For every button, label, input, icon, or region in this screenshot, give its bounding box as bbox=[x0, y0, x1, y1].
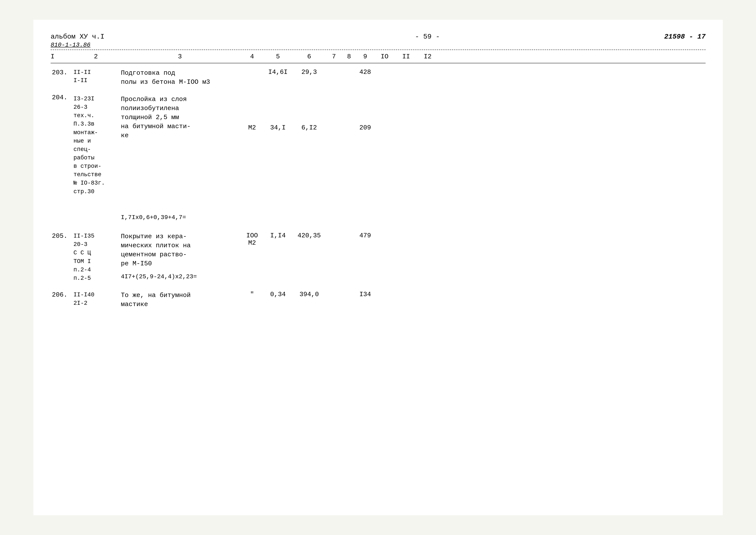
row-203-col11 bbox=[395, 68, 417, 70]
row-204-num: 204. bbox=[51, 94, 72, 102]
row-205-col9: 479 bbox=[357, 231, 374, 240]
row-206-col10 bbox=[374, 290, 395, 292]
row-204-col11 bbox=[395, 94, 417, 96]
row-203-num: 203. bbox=[51, 68, 72, 77]
row-204-col12 bbox=[417, 94, 438, 96]
row-206-val1: 0,34 bbox=[264, 290, 292, 299]
row-206-ref: II-I402I-2 bbox=[72, 290, 120, 308]
row-206-col8 bbox=[341, 290, 357, 292]
row-203-val2: 29,3 bbox=[292, 68, 326, 77]
row-203-ref: II-III-II bbox=[72, 68, 120, 86]
doc-ref: 810-1-13.86 bbox=[51, 42, 91, 48]
row-205-num: 205. bbox=[51, 231, 72, 240]
col-header-7: 7 bbox=[326, 53, 341, 60]
col-header-11: II bbox=[395, 53, 417, 60]
row-204-unit: М2 bbox=[240, 94, 264, 132]
row-206-num: 206. bbox=[51, 290, 72, 299]
data-table: 203. II-III-II Подготовка подполы из бет… bbox=[51, 68, 706, 310]
col-header-4: 4 bbox=[240, 53, 264, 60]
dashed-separator bbox=[51, 49, 706, 50]
col-header-10: IO bbox=[374, 53, 395, 60]
row-204-desc: Прослойка из слояполиизобутиленатолщиной… bbox=[120, 94, 240, 222]
col-header-3: 3 bbox=[120, 53, 240, 60]
col-header-1: I bbox=[51, 53, 72, 60]
row-205-unit: IOOМ2 bbox=[240, 231, 264, 247]
row-204-col10 bbox=[374, 94, 395, 96]
row-203-col10 bbox=[374, 68, 395, 70]
table-row: 203. II-III-II Подготовка подполы из бет… bbox=[51, 68, 706, 87]
row-205-col13 bbox=[438, 231, 456, 233]
row-204-col7 bbox=[326, 94, 341, 96]
row-205-col7 bbox=[326, 231, 341, 233]
row-204-col9: 209 bbox=[357, 94, 374, 132]
row-205-col12 bbox=[417, 231, 438, 233]
col-header-9: 9 bbox=[357, 53, 374, 60]
row-203-desc: Подготовка подполы из бетона М-IOO м3 bbox=[120, 68, 240, 87]
row-203-col13 bbox=[438, 68, 456, 70]
row-206-col9: I34 bbox=[357, 290, 374, 299]
table-row: 204. I3-23I26-3тех.ч.П.3.3вмонтаж-ные ис… bbox=[51, 94, 706, 222]
row-205-col8 bbox=[341, 231, 357, 233]
row-206-col7 bbox=[326, 290, 341, 292]
row-206-col12 bbox=[417, 290, 438, 292]
header-row: альбом ХУ ч.I - 59 - 21598 - 17 bbox=[51, 33, 706, 41]
row-205-val1: I,I4 bbox=[264, 231, 292, 240]
row-205-desc: Покрытие из кера-мических плиток нацемен… bbox=[120, 231, 240, 282]
column-headers: I 2 3 4 5 6 7 8 9 IO II I2 bbox=[51, 51, 706, 62]
doc-number: 21598 - 17 bbox=[664, 33, 706, 41]
row-204-val1: 34,I bbox=[264, 94, 292, 132]
col-header-6: 6 bbox=[292, 53, 326, 60]
row-205-col10 bbox=[374, 231, 395, 233]
table-row: 206. II-I402I-2 То же, на битумноймастик… bbox=[51, 290, 706, 310]
row-203-col8 bbox=[341, 68, 357, 70]
header-separator bbox=[51, 63, 706, 63]
subheader-row: 810-1-13.86 bbox=[51, 42, 706, 48]
row-204-col13 bbox=[438, 94, 456, 96]
row-205-ref: II-I3520-3С С ЦТОМ Iп.2-4п.2-5 bbox=[72, 231, 120, 283]
row-205-col11 bbox=[395, 231, 417, 233]
row-206-col11 bbox=[395, 290, 417, 292]
row-203-col7 bbox=[326, 68, 341, 70]
album-label: альбом ХУ ч.I bbox=[51, 33, 104, 41]
page-number: - 59 - bbox=[104, 33, 664, 41]
row-203-val1: I4,6I bbox=[264, 68, 292, 77]
row-203-col12 bbox=[417, 68, 438, 70]
page: альбом ХУ ч.I - 59 - 21598 - 17 810-1-13… bbox=[33, 20, 723, 515]
row-204-val2: 6,I2 bbox=[292, 94, 326, 132]
table-row: 205. II-I3520-3С С ЦТОМ Iп.2-4п.2-5 Покр… bbox=[51, 231, 706, 283]
row-206-desc: То же, на битумноймастике bbox=[120, 290, 240, 310]
row-205-val2: 420,35 bbox=[292, 231, 326, 240]
row-203-col9: 428 bbox=[357, 68, 374, 77]
row-206-val2: 394,0 bbox=[292, 290, 326, 299]
row-206-col13 bbox=[438, 290, 456, 292]
col-header-8: 8 bbox=[341, 53, 357, 60]
row-204-col8 bbox=[341, 94, 357, 96]
row-204-ref: I3-23I26-3тех.ч.П.3.3вмонтаж-ные испец-р… bbox=[72, 94, 120, 197]
col-header-5: 5 bbox=[264, 53, 292, 60]
row-206-unit: " bbox=[240, 290, 264, 299]
col-header-12: I2 bbox=[417, 53, 438, 60]
col-header-2: 2 bbox=[72, 53, 120, 60]
row-203-unit bbox=[240, 68, 264, 70]
